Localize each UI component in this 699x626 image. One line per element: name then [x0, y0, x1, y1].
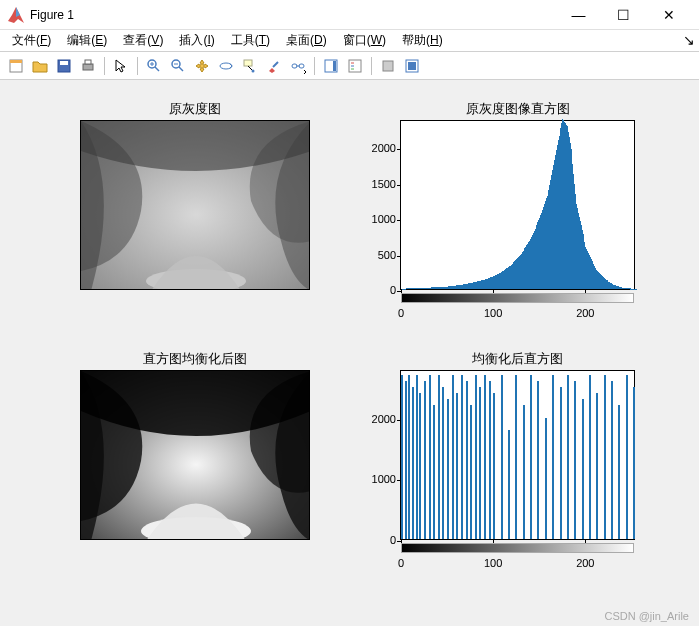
toolbar-separator [104, 57, 105, 75]
y-tick-label: 2000 [356, 413, 396, 425]
image-equalized[interactable] [80, 370, 310, 540]
svg-line-15 [248, 66, 252, 70]
y-tick-label: 0 [356, 284, 396, 296]
histogram-equalized[interactable]: 0100020000100200 [400, 370, 635, 540]
y-tick-label: 1500 [356, 178, 396, 190]
svg-rect-22 [333, 61, 336, 71]
x-tick-label: 200 [576, 307, 594, 319]
dock-arrow-icon[interactable]: ↘ [683, 32, 695, 48]
print-button[interactable] [77, 55, 99, 77]
subplot-title: 均衡化后直方图 [400, 350, 635, 368]
svg-rect-29 [408, 62, 416, 70]
svg-rect-5 [85, 60, 91, 64]
svg-rect-23 [349, 60, 361, 72]
y-tick-label: 1000 [356, 473, 396, 485]
menu-bar: 文件(F) 编辑(E) 查看(V) 插入(I) 工具(T) 桌面(D) 窗口(W… [0, 30, 699, 52]
close-button[interactable]: ✕ [646, 0, 691, 30]
svg-rect-3 [60, 61, 68, 65]
svg-point-16 [252, 69, 255, 72]
menu-desktop[interactable]: 桌面(D) [278, 30, 335, 51]
menu-insert[interactable]: 插入(I) [171, 30, 222, 51]
toolbar-separator [371, 57, 372, 75]
maximize-button[interactable]: ☐ [601, 0, 646, 30]
toolbar-separator [314, 57, 315, 75]
insert-legend-button[interactable] [344, 55, 366, 77]
subplot-equalized-hist: 均衡化后直方图 0100020000100200 [400, 350, 635, 540]
subplot-title: 原灰度图 [80, 100, 310, 118]
histogram-original[interactable]: 05001000150020000100200 [400, 120, 635, 290]
window-title: Figure 1 [30, 8, 74, 22]
zoom-out-button[interactable] [167, 55, 189, 77]
link-plot-button[interactable] [287, 55, 309, 77]
data-cursor-button[interactable] [239, 55, 261, 77]
svg-line-11 [179, 67, 183, 71]
toolbar-separator [137, 57, 138, 75]
svg-line-7 [155, 67, 159, 71]
subplot-equalized-image: 直方图均衡化后图 [80, 350, 310, 540]
menu-window[interactable]: 窗口(W) [335, 30, 394, 51]
subplot-title: 直方图均衡化后图 [80, 350, 310, 368]
brush-button[interactable] [263, 55, 285, 77]
subplot-title: 原灰度图像直方图 [400, 100, 635, 118]
pan-button[interactable] [191, 55, 213, 77]
rotate-3d-button[interactable] [215, 55, 237, 77]
subplot-original-hist: 原灰度图像直方图 05001000150020000100200 [400, 100, 635, 290]
save-button[interactable] [53, 55, 75, 77]
figure-canvas: 原灰度图 原灰度图像直方图 [0, 80, 699, 626]
matlab-logo-icon [8, 7, 24, 23]
y-tick-label: 500 [356, 249, 396, 261]
zoom-in-button[interactable] [143, 55, 165, 77]
y-tick-label: 0 [356, 534, 396, 546]
insert-colorbar-button[interactable] [320, 55, 342, 77]
menu-tools[interactable]: 工具(T) [223, 30, 278, 51]
x-tick-label: 0 [398, 557, 404, 569]
svg-rect-4 [83, 64, 93, 70]
x-tick-label: 200 [576, 557, 594, 569]
colorbar-icon [401, 293, 634, 303]
hide-plot-tools-button[interactable] [377, 55, 399, 77]
colorbar-icon [401, 543, 634, 553]
toolbar [0, 52, 699, 80]
pointer-button[interactable] [110, 55, 132, 77]
subplot-original-image: 原灰度图 [80, 100, 310, 290]
x-tick-label: 100 [484, 307, 502, 319]
new-figure-button[interactable] [5, 55, 27, 77]
x-tick-label: 100 [484, 557, 502, 569]
title-bar: Figure 1 — ☐ ✕ [0, 0, 699, 30]
x-tick-label: 0 [398, 307, 404, 319]
minimize-button[interactable]: — [556, 0, 601, 30]
menu-view[interactable]: 查看(V) [115, 30, 171, 51]
svg-rect-14 [244, 60, 252, 66]
svg-line-17 [273, 62, 278, 67]
y-tick-label: 2000 [356, 142, 396, 154]
watermark-text: CSDN @jin_Arile [604, 610, 689, 622]
open-button[interactable] [29, 55, 51, 77]
image-original[interactable] [80, 120, 310, 290]
menu-help[interactable]: 帮助(H) [394, 30, 451, 51]
svg-rect-27 [383, 61, 393, 71]
show-plot-tools-button[interactable] [401, 55, 423, 77]
svg-rect-1 [10, 60, 22, 63]
y-tick-label: 1000 [356, 213, 396, 225]
menu-file[interactable]: 文件(F) [4, 30, 59, 51]
menu-edit[interactable]: 编辑(E) [59, 30, 115, 51]
